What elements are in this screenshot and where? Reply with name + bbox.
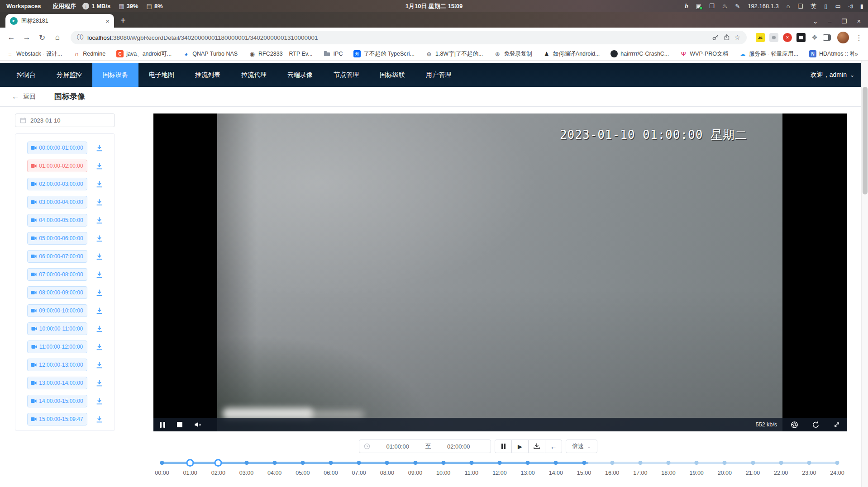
tab-close-icon[interactable]: × bbox=[105, 17, 110, 25]
bookmark-item[interactable]: N HDAtmos :: 种子 *... bbox=[809, 50, 854, 58]
extension-icon[interactable]: ✕ bbox=[783, 33, 792, 42]
fullscreen-icon[interactable] bbox=[833, 421, 840, 428]
timeline-hour-dot[interactable] bbox=[582, 461, 586, 465]
nav-item[interactable]: 拉流代理 bbox=[231, 63, 277, 87]
scrollbar-thumb[interactable] bbox=[863, 87, 868, 194]
timeline-hour-dot[interactable] bbox=[441, 461, 445, 465]
segment-button[interactable]: 11:00:00-12:00:00 bbox=[27, 340, 87, 353]
window-minimize-icon[interactable]: – bbox=[828, 18, 831, 25]
system-stat[interactable]: ↓ 1 MB/s bbox=[82, 3, 110, 9]
nav-item[interactable]: 国标级联 bbox=[369, 63, 415, 87]
timeline-hour-dot[interactable] bbox=[610, 461, 614, 465]
play-button[interactable]: ▶ bbox=[511, 440, 529, 453]
download-segment-icon[interactable] bbox=[95, 343, 103, 351]
timeline-hour-dot[interactable] bbox=[272, 461, 277, 465]
bookmark-item[interactable]: ≡ Webstack - 设计... bbox=[6, 50, 62, 58]
bookmark-star-icon[interactable]: ☆ bbox=[734, 33, 740, 42]
segment-button[interactable]: 10:00:00-11:00:00 bbox=[27, 322, 87, 335]
segment-button[interactable]: 04:00:00-05:00:00 bbox=[27, 214, 87, 227]
tray-icon[interactable]: 192.168.1.3 bbox=[748, 3, 779, 9]
start-time-input[interactable]: 01:00:00 bbox=[370, 443, 425, 450]
download-segment-icon[interactable] bbox=[95, 397, 103, 405]
timeline-handle[interactable] bbox=[186, 459, 194, 467]
address-bar[interactable]: ⓘ localhost:38080/#/gbRecordDetail/34020… bbox=[71, 31, 747, 44]
bookmark-item[interactable]: ◕ QNAP Turbo NAS bbox=[182, 50, 238, 57]
tray-icon[interactable]: ✎ bbox=[735, 3, 740, 9]
browser-tab[interactable]: ▶ 国标28181 × bbox=[5, 14, 114, 28]
mute-icon[interactable] bbox=[194, 421, 202, 428]
segment-button[interactable]: 15:00:00-15:09:47 bbox=[27, 413, 87, 426]
tray-icon[interactable]: ▭ bbox=[835, 3, 841, 9]
bookmark-item[interactable]: ⊕ 免登录复制 bbox=[494, 50, 532, 58]
download-segment-icon[interactable] bbox=[95, 162, 103, 170]
bookmark-item[interactable]: Ψ WVP-PRO文档 bbox=[680, 50, 728, 58]
site-info-icon[interactable]: ⓘ bbox=[77, 33, 83, 42]
applications-button[interactable]: 应用程序 bbox=[52, 2, 76, 10]
bookmarks-overflow-icon[interactable]: » bbox=[854, 50, 862, 57]
tray-icon[interactable]: ◁) bbox=[849, 4, 853, 9]
download-segment-icon[interactable] bbox=[95, 361, 103, 369]
forward-icon[interactable]: → bbox=[21, 32, 33, 43]
download-segment-icon[interactable] bbox=[95, 289, 103, 297]
timeline-hour-dot[interactable] bbox=[385, 461, 389, 465]
download-segment-icon[interactable] bbox=[95, 379, 103, 387]
video-canvas[interactable]: 2023-01-10 01:00:00 星期二 bbox=[217, 113, 782, 431]
tray-icon[interactable]: b bbox=[685, 2, 688, 10]
timeline-hour-dot[interactable] bbox=[357, 461, 361, 465]
timeline-hour-dot[interactable] bbox=[638, 461, 642, 465]
segment-button[interactable]: 02:00:00-03:00:00 bbox=[27, 178, 87, 190]
tray-icon[interactable]: ▯ bbox=[824, 3, 827, 9]
timeline-hour-dot[interactable] bbox=[835, 461, 839, 465]
window-restore-icon[interactable]: ❐ bbox=[841, 18, 847, 25]
extension-icon[interactable]: JS bbox=[756, 33, 765, 42]
tray-icon[interactable]: 英 bbox=[811, 2, 816, 10]
timeline-hour-dot[interactable] bbox=[160, 461, 164, 465]
browser-menu-kebab-icon[interactable]: ⋮ bbox=[855, 33, 863, 42]
pause-icon[interactable] bbox=[160, 422, 165, 428]
nav-item[interactable]: 国标设备 bbox=[92, 63, 138, 87]
system-stat[interactable]: ▤ 8% bbox=[147, 3, 163, 9]
nav-item[interactable]: 控制台 bbox=[6, 63, 46, 87]
nav-item[interactable]: 分屏监控 bbox=[46, 63, 92, 87]
segment-button[interactable]: 07:00:00-08:00:00 bbox=[27, 268, 87, 281]
tray-icon[interactable]: ⌂ bbox=[787, 3, 790, 9]
url-text[interactable]: localhost:38080/#/gbRecordDetail/3402000… bbox=[87, 34, 708, 41]
bookmark-item[interactable]: ∩ Redmine bbox=[73, 50, 105, 57]
segment-button[interactable]: 14:00:00-15:00:00 bbox=[27, 395, 87, 407]
nav-item[interactable]: 用户管理 bbox=[415, 63, 462, 87]
segment-button[interactable]: 08:00:00-09:00:00 bbox=[27, 286, 87, 299]
extension-icon[interactable] bbox=[769, 33, 778, 42]
download-segment-icon[interactable] bbox=[95, 235, 103, 242]
timeline-hour-dot[interactable] bbox=[469, 461, 473, 465]
timeline-hour-dot[interactable] bbox=[807, 461, 811, 465]
download-segment-icon[interactable] bbox=[95, 253, 103, 260]
stop-icon[interactable] bbox=[177, 422, 182, 427]
segment-button[interactable]: 03:00:00-04:00:00 bbox=[27, 196, 87, 208]
nav-item[interactable]: 电子地图 bbox=[138, 63, 185, 87]
segment-button[interactable]: 01:00:00-02:00:00 bbox=[27, 160, 87, 172]
download-segment-icon[interactable] bbox=[95, 416, 103, 423]
time-range-picker[interactable]: 01:00:00 至 02:00:00 bbox=[359, 440, 491, 453]
back-button[interactable]: 返回 bbox=[23, 93, 36, 101]
workspaces-button[interactable]: Workspaces bbox=[6, 3, 41, 9]
page-scrollbar[interactable] bbox=[861, 61, 868, 487]
tray-icon[interactable]: ▮ bbox=[860, 3, 863, 9]
download-segment-icon[interactable] bbox=[95, 271, 103, 279]
download-segment-icon[interactable] bbox=[95, 307, 103, 315]
segment-button[interactable]: 06:00:00-07:00:00 bbox=[27, 250, 87, 263]
download-segment-icon[interactable] bbox=[95, 217, 103, 224]
nav-item[interactable]: 节点管理 bbox=[323, 63, 369, 87]
download-segment-icon[interactable] bbox=[95, 199, 103, 206]
bookmark-item[interactable]: ♟ 如何编译Android... bbox=[543, 50, 600, 58]
nav-item[interactable]: 推流列表 bbox=[185, 63, 231, 87]
tray-icon[interactable]: ❐ bbox=[709, 3, 715, 9]
timeline-hour-dot[interactable] bbox=[244, 461, 248, 465]
bookmark-item[interactable]: hairrrrr/C-CrashC... bbox=[610, 50, 669, 57]
download-segment-icon[interactable] bbox=[95, 180, 103, 188]
timeline-hour-dot[interactable] bbox=[723, 461, 727, 465]
system-stat[interactable]: ▦ 39% bbox=[119, 3, 138, 9]
segment-button[interactable]: 09:00:00-10:00:00 bbox=[27, 304, 87, 317]
password-key-icon[interactable] bbox=[712, 34, 719, 41]
seek-back-button[interactable]: ← bbox=[545, 440, 562, 453]
bookmark-item[interactable]: IPC bbox=[324, 50, 343, 57]
